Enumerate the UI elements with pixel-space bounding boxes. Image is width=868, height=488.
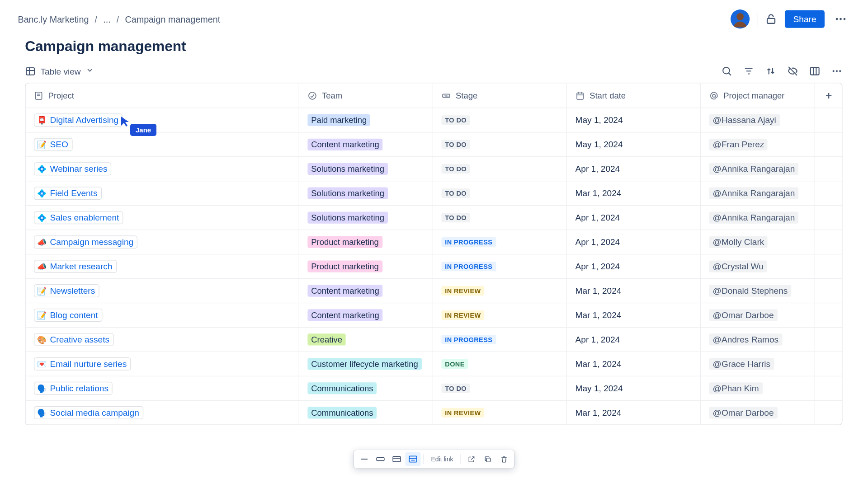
- edit-link-button[interactable]: Edit link: [426, 455, 458, 463]
- cell-team[interactable]: Content marketing: [299, 132, 433, 156]
- stage-chip[interactable]: IN REVIEW: [441, 408, 484, 418]
- cell-team[interactable]: Solutions marketing: [299, 181, 433, 205]
- cell-manager[interactable]: @Hassana Ajayi: [701, 108, 815, 132]
- cell-stage[interactable]: TO DO: [433, 376, 567, 400]
- sort-icon[interactable]: [765, 66, 776, 77]
- table-row[interactable]: 📣 Market research Product marketing IN P…: [26, 254, 842, 278]
- project-chip[interactable]: 💌 Email nurture series: [34, 357, 131, 371]
- project-chip[interactable]: 📮 Digital Advertising: [34, 113, 123, 127]
- team-chip[interactable]: Content marketing: [307, 309, 382, 321]
- table-row[interactable]: 🗣️ Public relations Communications TO DO…: [26, 376, 842, 400]
- stage-chip[interactable]: TO DO: [441, 115, 470, 125]
- manager-chip[interactable]: @Fran Perez: [709, 139, 768, 150]
- stage-chip[interactable]: TO DO: [441, 164, 470, 174]
- view-switcher[interactable]: Table view: [25, 66, 94, 76]
- search-icon[interactable]: [721, 66, 732, 77]
- manager-chip[interactable]: @Crystal Wu: [709, 260, 767, 272]
- table-row[interactable]: 💠 Sales enablement Solutions marketing T…: [26, 205, 842, 230]
- table-row[interactable]: 💠 Webinar series Solutions marketing TO …: [26, 156, 842, 181]
- cell-team[interactable]: Product marketing: [299, 254, 433, 278]
- cell-date[interactable]: Apr 1, 2024: [567, 230, 701, 254]
- cell-team[interactable]: Communications: [299, 376, 433, 400]
- project-chip[interactable]: 💠 Field Events: [34, 187, 102, 200]
- cell-manager[interactable]: @Donald Stephens: [701, 279, 815, 303]
- cell-manager[interactable]: @Phan Kim: [701, 376, 815, 400]
- cell-manager[interactable]: @Molly Clark: [701, 230, 815, 254]
- avatar[interactable]: [731, 9, 750, 28]
- cell-stage[interactable]: TO DO: [433, 132, 567, 156]
- cell-project[interactable]: 🗣️ Public relations: [26, 376, 299, 400]
- cell-manager[interactable]: @Omar Darboe: [701, 401, 815, 425]
- cell-stage[interactable]: IN REVIEW: [433, 303, 567, 327]
- stage-chip[interactable]: DONE: [441, 359, 468, 369]
- team-chip[interactable]: Content marketing: [307, 139, 382, 150]
- view-more-icon[interactable]: [831, 66, 842, 77]
- stage-chip[interactable]: IN PROGRESS: [441, 262, 496, 271]
- view-embed-button[interactable]: [405, 452, 420, 466]
- cell-date[interactable]: Apr 1, 2024: [567, 206, 701, 230]
- cell-manager[interactable]: @Crystal Wu: [701, 254, 815, 278]
- cell-project[interactable]: 📣 Campaign messaging: [26, 230, 299, 254]
- project-chip[interactable]: 🗣️ Social media campaign: [34, 406, 143, 419]
- col-stage[interactable]: ABC Stage: [433, 83, 567, 108]
- view-url-button[interactable]: [356, 452, 372, 466]
- cell-date[interactable]: Mar 1, 2024: [567, 279, 701, 303]
- team-chip[interactable]: Creative: [307, 333, 345, 345]
- stage-chip[interactable]: TO DO: [441, 188, 470, 198]
- table-row[interactable]: 📝 Blog content Content marketing IN REVI…: [26, 303, 842, 327]
- stage-chip[interactable]: IN PROGRESS: [441, 237, 496, 247]
- cell-team[interactable]: Creative: [299, 328, 433, 352]
- cell-date[interactable]: Mar 1, 2024: [567, 401, 701, 425]
- cell-date[interactable]: May 1, 2024: [567, 132, 701, 156]
- cell-project[interactable]: 📝 SEO: [26, 132, 299, 156]
- cell-manager[interactable]: @Andres Ramos: [701, 328, 815, 352]
- cell-date[interactable]: Apr 1, 2024: [567, 157, 701, 181]
- layout-icon[interactable]: [809, 66, 821, 77]
- breadcrumb-current[interactable]: Campaign management: [125, 14, 220, 24]
- manager-chip[interactable]: @Omar Darboe: [709, 309, 778, 321]
- project-chip[interactable]: 📣 Market research: [34, 260, 117, 273]
- table-row[interactable]: 💌 Email nurture series Customer lifecycl…: [26, 352, 842, 376]
- team-chip[interactable]: Solutions marketing: [307, 211, 388, 223]
- col-manager[interactable]: Project manager: [701, 83, 815, 108]
- table-row[interactable]: 📝 Newsletters Content marketing IN REVIE…: [26, 278, 842, 303]
- table-row[interactable]: 📝 SEO Content marketing TO DO May 1, 202…: [26, 132, 842, 156]
- cell-project[interactable]: 💌 Email nurture series: [26, 352, 299, 376]
- manager-chip[interactable]: @Annika Rangarajan: [709, 163, 798, 175]
- stage-chip[interactable]: IN PROGRESS: [441, 335, 496, 344]
- cell-date[interactable]: Apr 1, 2024: [567, 254, 701, 278]
- stage-chip[interactable]: TO DO: [441, 213, 470, 222]
- cell-date[interactable]: Mar 1, 2024: [567, 303, 701, 327]
- breadcrumb-root[interactable]: Banc.ly Marketing: [18, 14, 89, 24]
- cell-manager[interactable]: @Omar Darboe: [701, 303, 815, 327]
- col-project[interactable]: Project: [26, 83, 299, 108]
- cell-date[interactable]: Mar 1, 2024: [567, 352, 701, 376]
- cell-stage[interactable]: IN PROGRESS: [433, 254, 567, 278]
- cell-stage[interactable]: DONE: [433, 352, 567, 376]
- cell-project[interactable]: 📣 Market research: [26, 254, 299, 278]
- cell-stage[interactable]: TO DO: [433, 157, 567, 181]
- cell-project[interactable]: 💠 Field Events: [26, 181, 299, 205]
- cell-team[interactable]: Customer lifecycle marketing: [299, 352, 433, 376]
- cell-team[interactable]: Paid marketing: [299, 108, 433, 132]
- table-row[interactable]: 📣 Campaign messaging Product marketing I…: [26, 230, 842, 254]
- cell-project[interactable]: 📮 Digital Advertising: [26, 108, 299, 132]
- stage-chip[interactable]: TO DO: [441, 384, 470, 393]
- cell-team[interactable]: Content marketing: [299, 303, 433, 327]
- team-chip[interactable]: Solutions marketing: [307, 188, 388, 199]
- project-chip[interactable]: 📝 SEO: [34, 138, 72, 151]
- manager-chip[interactable]: @Phan Kim: [709, 382, 763, 394]
- hide-columns-icon[interactable]: [787, 66, 798, 77]
- team-chip[interactable]: Content marketing: [307, 285, 382, 296]
- project-chip[interactable]: 🗣️ Public relations: [34, 382, 113, 395]
- manager-chip[interactable]: @Annika Rangarajan: [709, 188, 798, 199]
- manager-chip[interactable]: @Molly Clark: [709, 236, 768, 248]
- stage-chip[interactable]: TO DO: [441, 140, 470, 149]
- cell-project[interactable]: 📝 Blog content: [26, 303, 299, 327]
- cell-team[interactable]: Solutions marketing: [299, 157, 433, 181]
- cell-manager[interactable]: @Grace Harris: [701, 352, 815, 376]
- team-chip[interactable]: Communications: [307, 407, 377, 418]
- col-team[interactable]: Team: [299, 83, 433, 108]
- cell-stage[interactable]: IN REVIEW: [433, 279, 567, 303]
- manager-chip[interactable]: @Donald Stephens: [709, 285, 792, 296]
